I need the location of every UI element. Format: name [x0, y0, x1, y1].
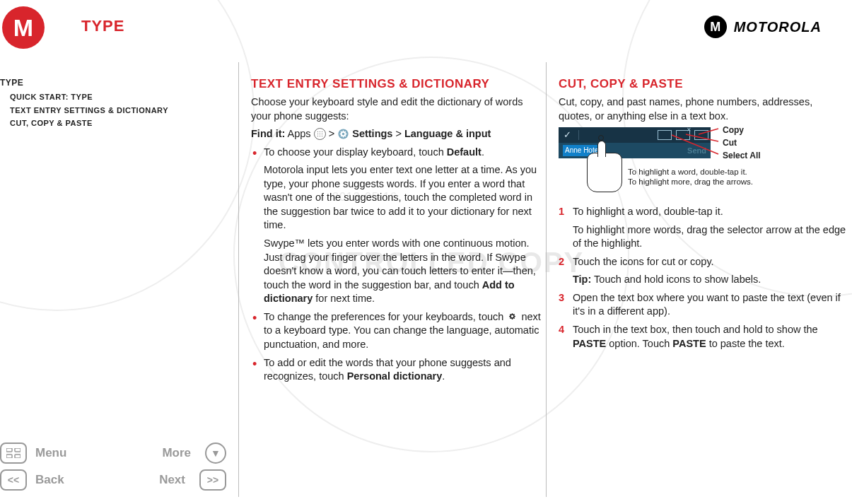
more-button[interactable]: More [162, 446, 191, 460]
page-title: TYPE [81, 17, 124, 35]
section-intro: Choose your keyboard style and edit the … [251, 95, 541, 123]
section-title: TEXT ENTRY SETTINGS & DICTIONARY [251, 76, 541, 93]
watermark-ring-left [0, 0, 255, 311]
svg-rect-7 [15, 455, 21, 458]
menu-icon[interactable] [0, 443, 27, 464]
sidebar-item-cutcopy[interactable]: CUT, COPY & PASTE [10, 117, 212, 130]
menu-button[interactable]: Menu [35, 446, 85, 460]
column-cut-copy-paste: CUT, COPY & PASTE Cut, copy, and past na… [559, 76, 848, 355]
settings-gear-icon [337, 128, 349, 140]
body-paragraph: Motorola input lets you enter text one l… [264, 163, 541, 233]
apps-grid-icon [314, 128, 326, 140]
bullet-item: To add or edit the words that your phone… [251, 356, 541, 384]
svg-line-1 [699, 129, 718, 134]
find-it-path: Find it: Apps > Settings > Language & in… [251, 127, 541, 141]
back-icon[interactable]: << [0, 469, 27, 491]
callout-cut: Cut [723, 137, 737, 148]
next-icon[interactable]: >> [199, 469, 226, 491]
svg-rect-5 [15, 448, 21, 452]
svg-line-2 [686, 134, 718, 141]
step-item: 3Open the text box where you want to pas… [559, 291, 848, 319]
step-item: 1To highlight a word, double-tap it. [559, 205, 848, 219]
motorola-batwing-icon: M [704, 16, 727, 38]
body-paragraph: Swype™ lets you enter words with one con… [264, 237, 541, 306]
sidebar-item-dictionary[interactable]: TEXT ENTRY SETTINGS & DICTIONARY [10, 104, 212, 117]
section-intro: Cut, copy, and past names, phone numbers… [559, 95, 848, 123]
callout-copy: Copy [723, 124, 744, 136]
column-divider [238, 62, 239, 497]
illustration-tip: To highlight a word, double-tap it. To h… [628, 167, 753, 187]
step-sub: To highlight more words, drag the select… [573, 223, 848, 251]
cut-copy-illustration: ✓ Anne Hotel Send Copy Cut Select All To… [559, 127, 771, 198]
footer-nav: Menu More ▼ << Back Next >> [0, 443, 226, 496]
callout-select-all: Select All [723, 150, 761, 161]
motorola-m-logo: M [2, 6, 45, 49]
more-icon[interactable]: ▼ [205, 443, 226, 464]
svg-rect-4 [6, 448, 12, 452]
sidebar-nav: TYPE QUICK START: TYPE TEXT ENTRY SETTIN… [0, 78, 212, 130]
next-button[interactable]: Next [159, 473, 185, 487]
sidebar-item-quickstart[interactable]: QUICK START: TYPE [10, 90, 212, 104]
back-button[interactable]: Back [35, 473, 85, 487]
column-divider [546, 62, 547, 497]
svg-line-3 [672, 135, 718, 154]
step-item: 4Touch in the text box, then touch and h… [559, 323, 848, 351]
sidebar-heading[interactable]: TYPE [0, 78, 212, 88]
column-text-entry: TEXT ENTRY SETTINGS & DICTIONARY Choose … [251, 76, 541, 388]
motorola-brand: M MOTOROLA [704, 16, 822, 38]
bullet-item: To choose your display keyboard, touch D… [251, 146, 541, 160]
svg-rect-6 [6, 455, 12, 458]
section-title: CUT, COPY & PASTE [559, 76, 848, 93]
step-tip: Tip: Touch and hold icons to show labels… [573, 273, 848, 287]
bullet-item: To change the preferences for your keybo… [251, 310, 541, 352]
settings-slider-icon [506, 310, 518, 322]
motorola-wordmark: MOTOROLA [734, 19, 822, 35]
step-item: 2Touch the icons for cut or copy. [559, 255, 848, 269]
